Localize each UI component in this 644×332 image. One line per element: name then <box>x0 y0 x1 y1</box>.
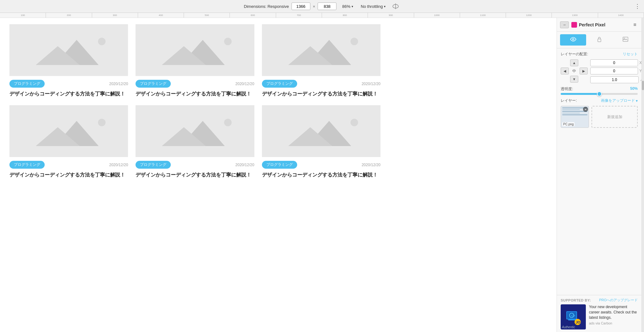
card-date-5: 2020/12/20 <box>236 163 254 167</box>
pp-upload-button[interactable]: 画像をアップロード ▾ <box>601 98 638 103</box>
ruler-seg: 100 <box>0 13 46 18</box>
svg-rect-35 <box>568 319 576 320</box>
ruler-seg: 800 <box>322 13 368 18</box>
separator: × <box>313 4 315 9</box>
zoom-chevron-icon: ▾ <box>352 5 353 8</box>
chevron-down-icon: ▾ <box>636 99 638 103</box>
pp-logo: Perfect Pixel <box>571 22 629 28</box>
ruler-seg: 600 <box>230 13 276 18</box>
blog-card: プログラミング 2020/12/20 デザインからコーディングする方法を丁寧に解… <box>9 24 128 98</box>
pp-up-button[interactable]: ▲ <box>570 59 578 66</box>
pp-left-button[interactable]: ◀ <box>561 68 569 74</box>
category-badge-6: プログラミング <box>262 161 297 169</box>
website-content: プログラミング 2020/12/20 デザインからコーディングする方法を丁寧に解… <box>0 18 557 332</box>
card-image-5 <box>136 105 254 157</box>
tab-image[interactable] <box>612 34 638 46</box>
pp-body: レイヤーの配置: リセット ▲ ◀ 中 ▶ <box>557 48 641 295</box>
ruler-seg: 400 <box>138 13 184 18</box>
card-image-1 <box>9 24 128 76</box>
pp-arrows: ▲ ◀ 中 ▶ ▼ <box>561 59 588 83</box>
pp-supported-header: SUPPORTED BY: PROへのアップグレード <box>561 298 638 302</box>
card-title-1: デザインからコーディングする方法を丁寧に解説！ <box>9 90 128 98</box>
width-input[interactable] <box>291 3 310 10</box>
ruler-seg: 900 <box>368 13 414 18</box>
pp-layer-name: PC.png <box>562 122 575 126</box>
throttle-dropdown[interactable]: No throttling ▾ <box>359 3 387 9</box>
pp-opacity-header: 透明度: 50% <box>561 86 638 92</box>
ruler-seg: 1000 <box>414 13 460 18</box>
pp-ad-image[interactable]: </> JO Authentic <box>561 304 586 329</box>
card-meta-3: プログラミング 2020/12/20 <box>262 80 380 88</box>
ruler: 100 200 300 400 500 600 700 800 900 1000… <box>0 13 644 18</box>
pp-x-input[interactable] <box>590 59 638 66</box>
svg-point-17 <box>98 119 106 126</box>
card-meta-1: プログラミング 2020/12/20 <box>9 80 128 88</box>
card-image-3 <box>262 24 380 76</box>
pp-ad-source: ads via Carbon <box>589 321 638 325</box>
category-badge-2: プログラミング <box>136 80 171 88</box>
svg-text:JO: JO <box>576 320 580 324</box>
pp-opacity-section: 透明度: 50% <box>561 86 638 95</box>
thumb-line-sm <box>562 109 580 110</box>
more-options[interactable]: ⋮ <box>635 3 640 10</box>
hamburger-icon: ≡ <box>633 22 636 28</box>
pp-ad-title: Your new development career awaits. Chec… <box>589 304 638 320</box>
thumb-line <box>562 114 587 115</box>
sensors-icon[interactable] <box>391 2 400 11</box>
pp-down-row: ▼ <box>570 76 578 83</box>
pp-add-layer-button[interactable]: 新規追加 <box>591 106 638 128</box>
ruler-seg: 1100 <box>460 13 506 18</box>
pp-menu-button[interactable]: ≡ <box>631 21 638 28</box>
pp-layer-section: レイヤー: 画像をアップロード ▾ <box>561 98 638 128</box>
pp-center-label: 中 <box>570 68 578 74</box>
ruler-seg: 500 <box>184 13 230 18</box>
pp-y-label: Y <box>639 69 641 73</box>
category-badge-3: プログラミング <box>262 80 297 88</box>
pp-supported-section: SUPPORTED BY: PROへのアップグレード </> JO A <box>557 295 641 332</box>
pp-minimize-button[interactable]: − <box>560 21 569 28</box>
pp-layer-label: レイヤー: <box>561 98 577 103</box>
pp-middle-row: ◀ 中 ▶ <box>561 68 588 74</box>
pp-position-section-header: レイヤーの配置: リセット <box>561 52 638 57</box>
pp-scale-input[interactable] <box>590 76 639 83</box>
pp-opacity-slider[interactable] <box>561 93 638 95</box>
pp-layer-thumbnail[interactable]: ✕ PC.png <box>561 106 589 128</box>
pp-layers-row: ✕ PC.png 新規追加 <box>561 106 638 128</box>
pp-opacity-value: 50% <box>630 86 638 92</box>
pp-position-label: レイヤーの配置: <box>561 52 588 57</box>
zoom-dropdown[interactable]: 86% ▾ <box>340 3 355 9</box>
blog-card: プログラミング 2020/12/20 デザインからコーディングする方法を丁寧に解… <box>136 105 254 179</box>
pp-layer-close-button[interactable]: ✕ <box>583 107 588 112</box>
pp-down-button[interactable]: ▼ <box>570 76 578 83</box>
blog-card: プログラミング 2020/12/20 デザインからコーディングする方法を丁寧に解… <box>262 105 380 179</box>
tab-eye[interactable] <box>560 34 586 46</box>
card-date-2: 2020/12/20 <box>236 82 254 86</box>
pp-reset-link[interactable]: リセット <box>623 52 638 57</box>
card-title-4: デザインからコーディングする方法を丁寧に解説！ <box>9 171 128 179</box>
tab-lock[interactable] <box>586 34 612 46</box>
svg-point-25 <box>350 119 358 126</box>
pp-scrollbar[interactable] <box>641 18 644 332</box>
card-meta-2: プログラミング 2020/12/20 <box>136 80 254 88</box>
pp-right-button[interactable]: ▶ <box>580 68 588 74</box>
blog-card: プログラミング 2020/12/20 デザインからコーディングする方法を丁寧に解… <box>136 24 254 98</box>
svg-text:</>: </> <box>571 314 575 318</box>
pp-y-input[interactable] <box>590 68 638 74</box>
pp-tabs <box>557 32 641 48</box>
pp-pro-upgrade-link[interactable]: PROへのアップグレード <box>599 298 638 302</box>
pp-header: − Perfect Pixel ≡ <box>557 18 641 32</box>
pp-scrollbar-thumb <box>642 81 644 90</box>
blog-grid: プログラミング 2020/12/20 デザインからコーディングする方法を丁寧に解… <box>9 24 380 179</box>
pp-supported-label: SUPPORTED BY: <box>561 298 591 302</box>
ruler-seg: 1300 <box>552 13 598 18</box>
dimensions-section: Dimensions: Responsive × <box>244 3 337 10</box>
ruler-seg: 200 <box>46 13 92 18</box>
card-meta-4: プログラミング 2020/12/20 <box>9 161 128 169</box>
card-image-4 <box>9 105 128 157</box>
perfect-pixel-panel: − Perfect Pixel ≡ <box>557 18 641 332</box>
upload-label: 画像をアップロード <box>601 98 635 103</box>
top-toolbar: Dimensions: Responsive × 86% ▾ No thrott… <box>0 0 644 13</box>
height-input[interactable] <box>318 3 336 10</box>
ruler-seg: 1400 <box>598 13 644 18</box>
zoom-label: 86% <box>342 4 350 9</box>
